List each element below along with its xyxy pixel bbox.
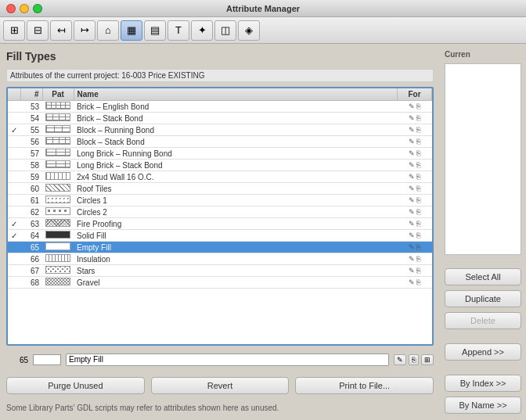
toolbar-btn-4[interactable]: ↦ [74, 20, 95, 41]
pat-cell [42, 253, 74, 265]
pattern-swatch [45, 207, 70, 215]
table-row[interactable]: ✓ 55 Block – Running Bond ✎⎘ [8, 124, 432, 136]
for-icon-b: ⎘ [416, 173, 420, 181]
for-cell: ✎⎘ [398, 277, 432, 289]
check-cell [8, 206, 20, 218]
table-row[interactable]: 54 Brick – Stack Bond ✎⎘ [8, 113, 432, 124]
table-row[interactable]: 66 Insulation ✎⎘ [8, 253, 432, 265]
check-cell [8, 195, 20, 206]
for-icon-b: ⎘ [416, 267, 420, 275]
check-cell [8, 136, 20, 148]
for-cell: ✎⎘ [398, 253, 432, 265]
table-row[interactable]: ✓ 64 Solid Fill ✎⎘ [8, 230, 432, 242]
for-icon-b: ⎘ [416, 185, 420, 192]
pattern-swatch [45, 266, 70, 274]
table-row[interactable]: 68 Gravel ✎⎘ [8, 277, 432, 289]
maximize-button[interactable] [33, 4, 42, 13]
num-cell: 60 [20, 183, 42, 195]
table-row[interactable]: 56 Block – Stack Bond ✎⎘ [8, 136, 432, 148]
toolbar-btn-10[interactable]: ◫ [214, 20, 236, 41]
by-index-button[interactable]: By Index >> [445, 375, 521, 392]
toolbar-btn-layers[interactable]: ⊞ [3, 20, 25, 41]
toolbar: ⊞ ⊟ ↤ ↦ ⌂ ▦ ▤ T ✦ ◫ ◈ [0, 17, 526, 44]
toolbar-btn-8[interactable]: T [168, 20, 189, 41]
project-label: Attributes of the current project: 16-00… [6, 69, 434, 82]
for-icon-b: ⎘ [416, 255, 420, 263]
pattern-swatch [45, 184, 70, 192]
pat-cell [42, 242, 74, 253]
toolbar-btn-11[interactable]: ◈ [238, 20, 260, 41]
num-cell: 68 [20, 277, 42, 289]
num-cell: 56 [20, 136, 42, 148]
table-row[interactable]: 53 Brick – English Bond ✎⎘ [8, 101, 432, 113]
copy-icon-btn[interactable]: ⎘ [409, 354, 419, 365]
minimize-button[interactable] [20, 4, 29, 13]
table-row[interactable]: ✓ 63 Fire Proofing ✎⎘ [8, 218, 432, 230]
num-cell: 58 [20, 160, 42, 171]
pat-cell [42, 136, 74, 148]
name-cell: Insulation [74, 253, 398, 265]
pat-cell [42, 230, 74, 242]
for-icon-a: ✎ [409, 161, 415, 169]
pattern-swatch [45, 196, 70, 203]
table-row[interactable]: 67 Stars ✎⎘ [8, 265, 432, 277]
toolbar-btn-3[interactable]: ↤ [50, 20, 72, 41]
purge-unused-button[interactable]: Purge Unused [6, 377, 145, 394]
num-cell: 55 [20, 124, 42, 136]
table-row[interactable]: 58 Long Brick – Stack Bond ✎⎘ [8, 160, 432, 171]
toolbar-btn-fill[interactable]: ▦ [121, 20, 142, 41]
table-row[interactable]: 59 2x4 Stud Wall 16 O.C. ✎⎘ [8, 171, 432, 183]
for-icon-a: ✎ [409, 255, 415, 263]
check-cell [8, 113, 20, 124]
pat-cell [42, 218, 74, 230]
selected-name[interactable]: Empty Fill [66, 354, 389, 366]
toolbar-btn-5[interactable]: ⌂ [97, 20, 119, 41]
name-cell: Gravel [74, 277, 398, 289]
revert-button[interactable]: Revert [151, 377, 290, 394]
for-icon-b: ⎘ [416, 126, 420, 134]
duplicate-button[interactable]: Duplicate [445, 290, 521, 307]
for-icon-a: ✎ [409, 208, 415, 216]
name-cell: Empty Fill [74, 242, 398, 253]
by-name-button[interactable]: By Name >> [445, 397, 521, 414]
panel-title: Fill Types [6, 50, 434, 63]
check-cell [8, 171, 20, 183]
paste-icon-btn[interactable]: ⊞ [421, 354, 434, 365]
name-cell: Brick – English Bond [74, 101, 398, 113]
for-icon-a: ✎ [409, 267, 415, 275]
close-button[interactable] [6, 4, 16, 13]
check-cell [8, 160, 20, 171]
for-icon-a: ✎ [409, 102, 415, 110]
for-cell: ✎⎘ [398, 160, 432, 171]
toolbar-btn-9[interactable]: ✦ [191, 20, 213, 41]
toolbar-btn-7[interactable]: ▤ [144, 20, 166, 41]
check-cell [8, 101, 20, 113]
for-cell: ✎⎘ [398, 136, 432, 148]
for-icon-b: ⎘ [416, 208, 420, 216]
info-text: Some Library Parts' GDL scripts may refe… [6, 402, 434, 414]
toolbar-btn-2[interactable]: ⊟ [27, 20, 49, 41]
for-cell: ✎⎘ [398, 195, 432, 206]
pattern-swatch [45, 231, 70, 239]
select-all-button[interactable]: Select All [445, 268, 521, 285]
for-cell: ✎⎘ [398, 124, 432, 136]
name-cell: Circles 2 [74, 206, 398, 218]
table-row[interactable]: 62 Circles 2 ✎⎘ [8, 206, 432, 218]
name-cell: Block – Running Bond [74, 124, 398, 136]
print-to-file-button[interactable]: Print to File... [295, 377, 434, 394]
window-title: Attribute Manager [226, 4, 300, 13]
table-row[interactable]: 65 Empty Fill ✎⎘ [8, 242, 432, 253]
table-row[interactable]: 57 Long Brick – Running Bond ✎⎘ [8, 148, 432, 160]
check-cell [8, 183, 20, 195]
delete-button[interactable]: Delete [445, 312, 521, 329]
edit-icon-btn[interactable]: ✎ [394, 354, 406, 365]
fill-table-container[interactable]: # Pat Name For 53 Brick – English Bond ✎… [6, 87, 434, 346]
table-row[interactable]: 61 Circles 1 ✎⎘ [8, 195, 432, 206]
num-cell: 53 [20, 101, 42, 113]
name-cell: 2x4 Stud Wall 16 O.C. [74, 171, 398, 183]
table-row[interactable]: 60 Roof Tiles ✎⎘ [8, 183, 432, 195]
name-cell: Roof Tiles [74, 183, 398, 195]
for-icon-a: ✎ [409, 278, 415, 286]
append-button[interactable]: Append >> [445, 343, 521, 361]
for-icon-a: ✎ [409, 243, 415, 251]
